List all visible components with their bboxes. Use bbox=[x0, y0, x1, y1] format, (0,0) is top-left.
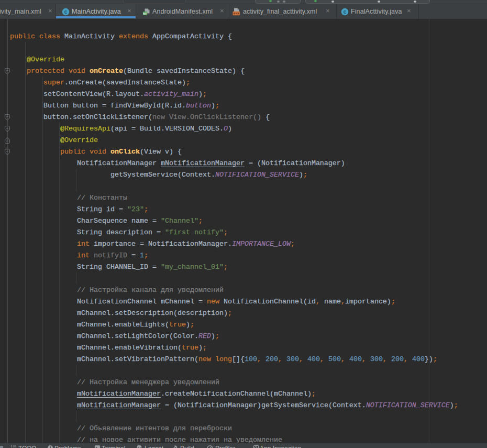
svg-text:MF: MF bbox=[143, 12, 148, 15]
svg-text:C: C bbox=[64, 9, 68, 15]
svg-text:C: C bbox=[344, 9, 347, 15]
